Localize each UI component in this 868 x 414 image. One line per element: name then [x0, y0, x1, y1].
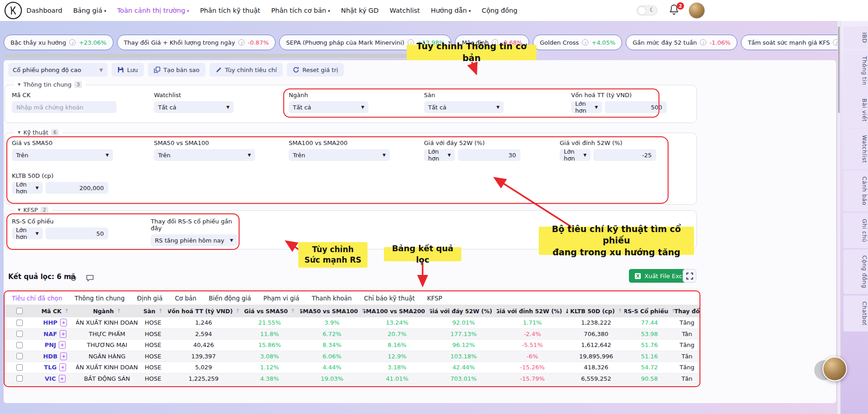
side-tab-ghi-chú[interactable]: Ghi chú: [843, 213, 868, 248]
section-kfsp-legend[interactable]: ▼ KFSP 2: [14, 207, 52, 213]
avgvol-value-input[interactable]: 200,000: [46, 182, 108, 194]
industry-select[interactable]: Tất cả▼: [289, 101, 368, 113]
price-vs-sma50-select[interactable]: Trên▼: [12, 149, 113, 161]
sort-asc-icon[interactable]: ↑: [618, 308, 622, 314]
side-tab-cảnh-báo[interactable]: Cảnh báo: [843, 171, 868, 211]
row-checkbox[interactable]: [16, 353, 23, 359]
results-tab-phạm-vi-giá[interactable]: Phạm vi giá: [263, 295, 299, 302]
ticker-search-input[interactable]: Nhập mã chứng khoán: [12, 101, 117, 113]
row-checkbox[interactable]: [16, 375, 23, 382]
reset-values-button[interactable]: Reset giá trị: [287, 63, 344, 77]
horizontal-scrollbar[interactable]: [5, 54, 409, 58]
vertical-scrollbar[interactable]: [837, 21, 840, 414]
info-icon[interactable]: i: [69, 39, 76, 46]
fullscreen-button[interactable]: [683, 269, 696, 283]
preset-chip[interactable]: Gần mức đáy 52 tuầni-1.06%: [626, 35, 737, 50]
add-to-watchlist-icon[interactable]: +: [60, 330, 66, 338]
side-tab-thông-tin[interactable]: Thông tin: [843, 50, 868, 91]
nav-item-watchlist[interactable]: Watchlist: [390, 7, 420, 14]
user-avatar[interactable]: [689, 2, 705, 19]
results-tab-cơ-bản[interactable]: Cơ bản: [175, 295, 196, 302]
sort-asc-icon[interactable]: ↑: [235, 308, 239, 314]
notifications-button[interactable]: 2: [669, 4, 682, 17]
marketcap-value-input[interactable]: 500: [605, 101, 667, 113]
sort-asc-icon[interactable]: ↑: [291, 308, 295, 314]
section-general-legend[interactable]: ▼ Thông tin chung 3: [14, 81, 86, 88]
nav-item-hướng-dẫn[interactable]: Hướng dẫn▾: [431, 7, 471, 14]
sort-asc-icon[interactable]: ↑: [361, 308, 364, 314]
info-icon[interactable]: i: [238, 39, 245, 46]
side-tab-ibd[interactable]: IBD: [843, 26, 868, 49]
preset-chip[interactable]: Thay đổi Giá + Khối lượng trong ngàyi-0.…: [117, 35, 276, 50]
sort-desc-icon[interactable]: ↓: [565, 308, 568, 315]
sort-asc-icon[interactable]: ↑: [671, 308, 674, 314]
customize-criteria-button[interactable]: Tùy chỉnh tiêu chí: [209, 63, 283, 77]
add-to-watchlist-icon[interactable]: +: [60, 352, 67, 360]
high52-operator-select[interactable]: Lớn hơn▼: [560, 149, 591, 161]
results-tab-kfsp[interactable]: KFSP: [427, 295, 442, 302]
nav-item-bảng-giá[interactable]: Bảng giá▾: [73, 7, 107, 14]
marketcap-operator-select[interactable]: Lớn hơn▼: [571, 101, 602, 113]
refresh-results-button[interactable]: ↻: [67, 272, 79, 284]
exchange-select[interactable]: Tất cả▼: [424, 101, 504, 113]
ticker-link[interactable]: TLG: [44, 364, 57, 371]
floating-user-avatar[interactable]: [822, 357, 847, 381]
screen-select[interactable]: Cổ phiếu phong độ cao ▼: [8, 63, 107, 77]
results-tab-thông-tin-chung[interactable]: Thông tin chung: [75, 295, 125, 302]
high52-value-input[interactable]: -25: [593, 149, 656, 161]
save-button[interactable]: Lưu: [112, 63, 144, 77]
sma100-vs-sma200-select[interactable]: Trên▼: [289, 149, 390, 161]
nav-item-phân-tích-cơ-bản[interactable]: Phân tích cơ bản▾: [271, 7, 330, 14]
preset-chip[interactable]: Golden Crossi+4.05%: [533, 35, 622, 50]
section-technical-legend[interactable]: ▼ Kỹ thuật 6: [14, 129, 62, 136]
nav-item-cộng-đồng[interactable]: Cộng đồng: [482, 7, 517, 14]
row-checkbox[interactable]: [16, 331, 23, 337]
select-all-checkbox[interactable]: [16, 308, 23, 314]
watchlist-select[interactable]: Tất cả▼: [154, 101, 234, 113]
side-tab-watchlist[interactable]: Watchlist: [843, 129, 868, 169]
nav-item-nhật-ký-gd[interactable]: Nhật ký GD: [341, 7, 379, 14]
results-tab-tiêu-chí-đã-chọn[interactable]: Tiêu chí đã chọn: [12, 295, 62, 302]
sma50-vs-sma100-select[interactable]: Trên▼: [154, 149, 255, 161]
side-tab-bài-viết[interactable]: Bài viết: [843, 93, 868, 128]
row-checkbox[interactable]: [16, 342, 23, 348]
results-tab-định-giá[interactable]: Định giá: [137, 295, 163, 302]
add-to-watchlist-icon[interactable]: +: [59, 363, 66, 371]
info-icon[interactable]: i: [700, 39, 706, 46]
comment-button[interactable]: [84, 272, 96, 284]
side-tab-cộng-đồng[interactable]: Cộng đồng: [843, 249, 868, 294]
sort-asc-icon[interactable]: ↑: [117, 308, 121, 314]
low52-value-input[interactable]: 30: [458, 149, 521, 161]
brand-logo-icon[interactable]: [5, 2, 22, 19]
scrollbar-thumb[interactable]: [838, 26, 840, 113]
row-checkbox[interactable]: [16, 320, 23, 326]
add-to-watchlist-icon[interactable]: +: [59, 375, 66, 383]
row-checkbox[interactable]: [16, 364, 23, 371]
low52-operator-select[interactable]: Lớn hơn▼: [424, 149, 455, 161]
preset-chip[interactable]: Bậc thầy xu hướngi+23.06%: [4, 35, 113, 50]
preset-chip[interactable]: Tầm soát sức mạnh giá KFSi: [741, 35, 838, 50]
ticker-link[interactable]: HHP: [43, 319, 57, 326]
duplicate-button[interactable]: Tạo bản sao: [148, 63, 205, 77]
nav-item-toàn-cảnh-thị-trường[interactable]: Toàn cảnh thị trường▾: [117, 7, 189, 14]
sort-asc-icon[interactable]: ↑: [158, 308, 163, 314]
rss-change-select[interactable]: RS tăng phiên hôm nay▼: [151, 234, 237, 246]
results-tab-thanh-khoản[interactable]: Thanh khoản: [311, 295, 352, 302]
ticker-link[interactable]: NAF: [44, 331, 57, 337]
sort-asc-icon[interactable]: ↑: [64, 308, 69, 314]
ticker-link[interactable]: HDB: [43, 353, 58, 360]
nav-item-phân-tích-kỹ-thuật[interactable]: Phân tích kỹ thuật: [200, 7, 260, 14]
avgvol-operator-select[interactable]: Lớn hơn▼: [12, 182, 43, 194]
nav-item-dashboard[interactable]: Dashboard: [26, 7, 62, 14]
add-to-watchlist-icon[interactable]: +: [60, 319, 67, 326]
dark-mode-toggle[interactable]: ☾: [637, 5, 658, 16]
ticker-link[interactable]: PNJ: [45, 342, 56, 348]
ticker-link[interactable]: VIC: [45, 375, 56, 382]
rss-value-input[interactable]: 50: [46, 228, 108, 239]
info-icon[interactable]: i: [582, 39, 588, 46]
add-to-watchlist-icon[interactable]: +: [59, 341, 66, 349]
rss-operator-select[interactable]: Lớn hơn▼: [12, 228, 43, 239]
results-tab-chỉ-báo-kỹ-thuật[interactable]: Chỉ báo kỹ thuật: [364, 295, 415, 302]
results-tab-biến-động-giá[interactable]: Biến động giá: [209, 295, 251, 302]
side-tab-chatbot[interactable]: Chatbot: [843, 295, 868, 331]
